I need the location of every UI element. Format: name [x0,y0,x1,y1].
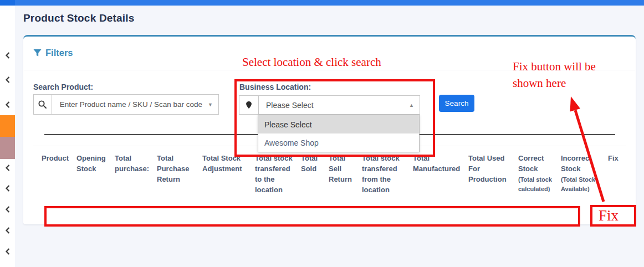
column-header-correct-stock: Correct Stock(Total stock calculated) [518,153,559,194]
sidebar-item-2[interactable] [0,75,15,84]
chevron-left-icon [4,101,11,109]
chevron-left-icon [4,206,11,213]
column-header-label: Total purchase: [115,154,149,173]
sidebar-highlight-orange[interactable] [0,115,15,137]
column-header-total-used-for-production: Total Used For Production [468,153,515,184]
table-header-row: ProductOpening StockTotal purchase:Total… [0,153,644,203]
column-header-label: Correct Stock [518,154,544,173]
column-header-label: Incorrect Stock [561,154,592,173]
product-stock-details-page: Product Stock Details Filters Search Pro… [0,0,644,267]
sidebar-item-8[interactable] [0,247,15,256]
chevron-left-icon [4,227,11,234]
column-header-product: Product [42,153,73,163]
search-product-placeholder[interactable]: Enter Product name / SKU / Scan bar code [52,95,202,114]
column-header-fix: Fix [608,153,626,163]
column-header-label: Total stock transfered to the location [255,154,293,194]
column-header-label: Total Used For Production [468,154,507,183]
column-header-label: Total Manufactured [413,154,460,173]
chevron-left-icon [4,52,11,59]
filters-header: Filters [33,48,73,58]
chevron-left-icon [4,248,11,255]
column-header-subtext: (Total stock calculated) [518,175,559,194]
column-header-label: Opening Stock [76,154,106,173]
column-header-label: Total Sell Return [329,154,352,183]
column-header-total-purchase-return: Total Purchase Return [157,153,198,184]
column-header-total-purchase-: Total purchase: [115,153,154,174]
column-header-label: Fix [608,154,619,162]
column-header-label: Product [42,154,69,162]
search-icon [34,95,52,114]
column-header-total-sell-return: Total Sell Return [329,153,357,184]
column-header-opening-stock: Opening Stock [76,153,112,174]
sidebar-item-1[interactable] [0,51,15,60]
column-header-label: Total Sold [301,154,318,173]
page-title: Product Stock Details [23,12,135,24]
annotation-box-location [234,79,435,157]
topbar-left-segment [0,0,15,6]
chevron-left-icon [4,76,11,84]
annotation-fix-button: Fix button will be shown here [513,58,614,91]
search-product-label: Search Product: [33,83,93,91]
column-header-total-stock-transfered-to-the-location: Total stock transfered to the location [255,153,298,195]
column-header-label: Total stock transfered from the location [362,154,400,194]
filter-funnel-icon [33,49,42,57]
annotation-box-fix: Fix [590,205,636,227]
column-header-total-stock-transfered-from-the-location: Total stock transfered from the location [362,153,408,195]
column-header-incorrect-stock: Incorrect Stock(Total Stock Available) [561,153,605,194]
search-product-select[interactable]: Enter Product name / SKU / Scan bar code… [33,94,219,115]
sidebar-nav [0,6,15,267]
top-accent-bar [0,0,644,6]
annotation-box-empty-row [44,206,580,227]
caret-down-icon: ▼ [202,95,218,114]
column-header-label: Total Stock Adjustment [202,154,242,173]
sidebar-item-7[interactable] [0,226,15,235]
sidebar-item-3[interactable] [0,100,15,109]
search-button[interactable]: Search [439,95,474,112]
sidebar-item-6[interactable] [0,205,15,214]
fix-box-label: Fix [592,208,619,223]
column-header-label: Total Purchase Return [157,154,190,183]
column-header-subtext: (Total Stock Available) [561,175,605,194]
annotation-select-location: Select location & click search [242,55,381,69]
filters-title: Filters [45,48,73,58]
